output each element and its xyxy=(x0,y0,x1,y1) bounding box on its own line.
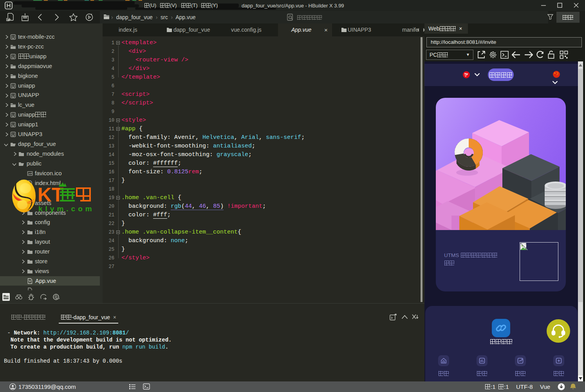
svg-text:klym.com: klym.com xyxy=(38,205,94,213)
svg-text:KT: KT xyxy=(38,184,64,206)
